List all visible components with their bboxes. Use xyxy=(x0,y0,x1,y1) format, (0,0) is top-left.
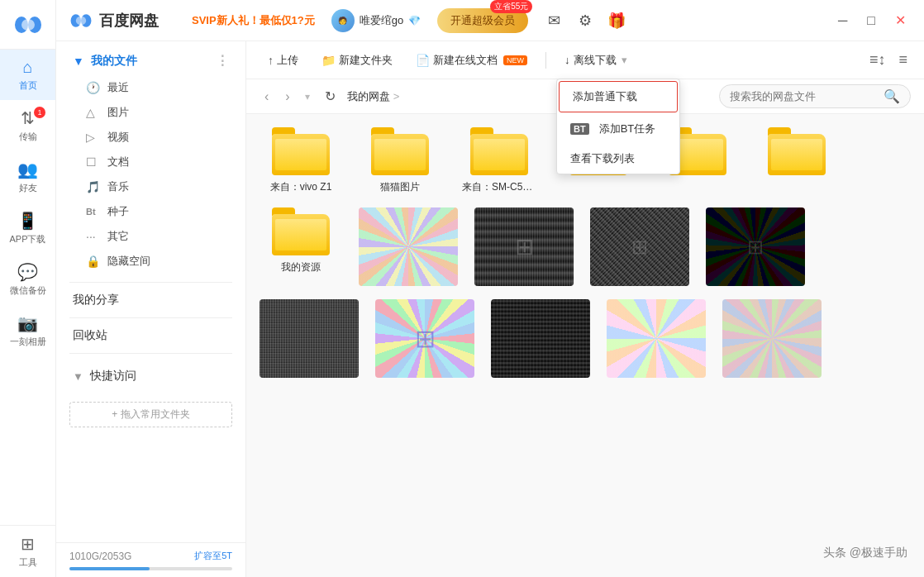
close-button[interactable]: ✕ xyxy=(890,11,911,30)
folder-icon xyxy=(371,127,429,175)
thumb-item-9[interactable] xyxy=(722,299,822,378)
new-badge: NEW xyxy=(503,55,527,65)
upload-button[interactable]: ↑ 上传 xyxy=(260,49,307,72)
search-input[interactable] xyxy=(730,90,879,103)
folder-icon xyxy=(470,127,528,175)
storage-expand-link[interactable]: 扩容至5T xyxy=(194,550,232,562)
file-item-cats[interactable]: 猫猫图片 xyxy=(359,127,441,194)
vip-button[interactable]: 开通超级会员 立省55元 xyxy=(437,8,528,33)
toolbar-right: ≡↕ ≡ xyxy=(866,48,911,72)
nav-item-app[interactable]: 📱 APP下载 xyxy=(0,203,55,254)
toolbar: ↑ 上传 📁 新建文件夹 📄 新建在线文档 NEW xyxy=(246,41,924,79)
folder-icon xyxy=(768,127,826,175)
nav-item-wechat-backup[interactable]: 💬 微信备份 xyxy=(0,254,55,305)
logo-icon xyxy=(69,12,93,30)
mail-icon[interactable]: ✉ xyxy=(545,12,563,30)
toolbar-separator xyxy=(545,52,546,69)
vip-badge: 立省55元 xyxy=(490,0,532,13)
thumb-item-3[interactable]: ⊞ xyxy=(590,207,689,286)
thumb-item-7[interactable] xyxy=(491,299,590,378)
maximize-button[interactable]: □ xyxy=(862,12,880,30)
add-folder-button[interactable]: + 拖入常用文件夹 xyxy=(69,402,232,427)
nav-item-tools[interactable]: ⊞ 工具 xyxy=(0,525,55,577)
sidebar-divider-3 xyxy=(69,353,232,354)
breadcrumb: 我的网盘 > xyxy=(347,89,400,104)
storage-bar xyxy=(69,567,232,570)
nav-item-transfer[interactable]: ⇅ 传输 1 xyxy=(0,100,55,151)
title-bar: 百度网盘 SVIP新人礼！最低仅1?元 🧑 唯爱绾go 💎 开通超级会员 立省5… xyxy=(56,0,924,41)
thumb-item-2[interactable]: ⊞ xyxy=(474,207,574,286)
nav-item-friends[interactable]: 👥 好友 xyxy=(0,151,55,203)
file-item-folder6[interactable] xyxy=(755,127,838,194)
doc-icon: ☐ xyxy=(86,155,101,169)
image-icon: △ xyxy=(86,106,101,119)
sidebar-my-files[interactable]: ▼ 我的文件 ⋮ xyxy=(56,46,245,75)
new-online-doc-button[interactable]: 📄 新建在线文档 NEW xyxy=(407,49,536,72)
diamond-icon: 💎 xyxy=(408,15,421,26)
offline-download-button[interactable]: ↓ 离线下载 ▾ xyxy=(556,49,636,72)
add-bt-task[interactable]: BT 添加BT任务 xyxy=(557,114,679,144)
back-button[interactable]: ‹ xyxy=(260,88,274,106)
sidebar-hidden[interactable]: 🔒 隐藏空间 xyxy=(56,249,245,274)
file-row-2: 我的资源 ⊞ ⊞ xyxy=(260,207,911,286)
sidebar-recent[interactable]: 🕐 最近 xyxy=(56,75,245,100)
watermark: 头条 @极速手助 xyxy=(823,546,907,560)
list-view-icon[interactable]: ≡ xyxy=(895,48,911,72)
view-download-list[interactable]: 查看下载列表 xyxy=(557,144,679,174)
nav-item-home[interactable]: ⌂ 首页 xyxy=(0,50,55,100)
sidebar-divider-1 xyxy=(69,282,232,283)
sidebar-quick-access[interactable]: ▼ 快捷访问 xyxy=(56,362,245,390)
file-grid: 来自：vivo Z1 猫猫图片 xyxy=(246,114,924,577)
other-icon: ··· xyxy=(86,230,101,243)
storage-used: 1010G/2053G xyxy=(69,551,131,562)
search-box[interactable]: 🔍 xyxy=(719,84,911,108)
app-title: 百度网盘 xyxy=(99,11,159,31)
music-icon: 🎵 xyxy=(86,180,101,193)
logo-area xyxy=(0,0,56,50)
sidebar: ▼ 我的文件 ⋮ 🕐 最近 △ 图片 ▷ 视频 xyxy=(56,41,246,577)
download-dropdown-menu: 添加普通下载 BT 添加BT任务 查看下载列表 xyxy=(556,79,680,174)
refresh-button[interactable]: ↻ xyxy=(320,87,341,106)
settings-icon[interactable]: ⚙ xyxy=(576,12,594,30)
forward-button[interactable]: › xyxy=(280,88,294,106)
user-avatar: 🧑 xyxy=(331,9,355,32)
baidu-pan-logo xyxy=(13,13,43,36)
main-area: ▼ 我的文件 ⋮ 🕐 最近 △ 图片 ▷ 视频 xyxy=(56,41,924,577)
title-icons: ✉ ⚙ 🎁 xyxy=(545,12,626,30)
video-icon: ▷ xyxy=(86,131,101,144)
thumb-item-4[interactable]: ⊞ xyxy=(706,207,805,286)
sidebar-divider-2 xyxy=(69,317,232,318)
nav-item-photo[interactable]: 📷 一刻相册 xyxy=(0,305,55,356)
sidebar-my-share[interactable]: 我的分享 xyxy=(56,286,245,314)
nav-dropdown-icon[interactable]: ▾ xyxy=(302,89,313,104)
add-normal-download[interactable]: 添加普通下载 xyxy=(559,81,678,112)
download-icon: ↓ xyxy=(564,54,570,66)
user-info[interactable]: 🧑 唯爱绾go 💎 xyxy=(331,9,421,32)
search-icon[interactable]: 🔍 xyxy=(884,88,900,104)
thumb-item-6[interactable]: ⊞ xyxy=(375,299,474,378)
file-row-3: ⊞ xyxy=(260,299,911,378)
promo-text[interactable]: SVIP新人礼！最低仅1?元 xyxy=(192,13,315,28)
sidebar-video[interactable]: ▷ 视频 xyxy=(56,125,245,150)
storage-bar-fill xyxy=(69,567,150,570)
sidebar-recycle[interactable]: 回收站 xyxy=(56,322,245,350)
storage-info: 1010G/2053G 扩容至5T xyxy=(56,542,245,577)
sidebar-docs[interactable]: ☐ 文档 xyxy=(56,150,245,174)
sidebar-other[interactable]: ··· 其它 xyxy=(56,224,245,249)
file-item-vivo[interactable]: 来自：vivo Z1 xyxy=(260,127,342,194)
sort-icon[interactable]: ≡↕ xyxy=(866,48,889,72)
new-folder-button[interactable]: 📁 新建文件夹 xyxy=(313,49,401,72)
sidebar-seeds[interactable]: Bt 种子 xyxy=(56,199,245,224)
sidebar-music[interactable]: 🎵 音乐 xyxy=(56,174,245,199)
gift-icon[interactable]: 🎁 xyxy=(607,12,626,30)
chevron-down-icon: ▾ xyxy=(622,54,627,66)
sidebar-images[interactable]: △ 图片 xyxy=(56,100,245,125)
thumb-item-1[interactable] xyxy=(359,207,458,286)
minimize-button[interactable]: ─ xyxy=(833,12,852,30)
thumb-item-5[interactable] xyxy=(260,299,359,378)
file-item-sm[interactable]: 来自：SM-C5000 xyxy=(458,127,541,194)
bt-icon: Bt xyxy=(86,207,101,217)
file-item-my-resources[interactable]: 我的资源 xyxy=(260,207,342,286)
thumb-item-8[interactable] xyxy=(607,299,706,378)
upload-icon: ↑ xyxy=(268,54,274,67)
